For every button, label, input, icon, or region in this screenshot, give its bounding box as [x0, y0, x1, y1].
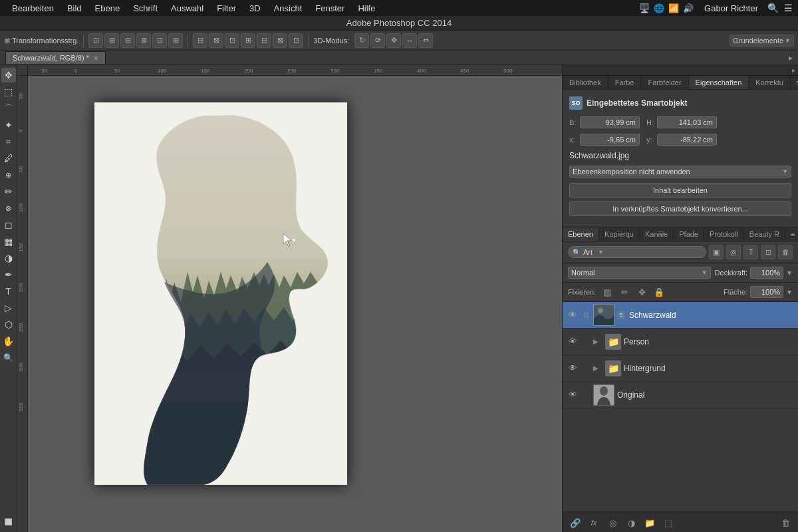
layer-search-box[interactable]: 🔍 Art ▼: [568, 246, 706, 258]
properties-tab-more[interactable]: ≡: [791, 76, 798, 89]
document-close-icon[interactable]: ✕: [93, 55, 98, 62]
tab-korrektur[interactable]: Korrektu: [749, 76, 791, 89]
dist-center-icon[interactable]: ⊠: [209, 33, 223, 48]
lock-all-icon[interactable]: 🔒: [653, 286, 665, 298]
layer-eye-hintergrund[interactable]: 👁: [567, 363, 579, 373]
layer-hintergrund[interactable]: 👁 ▶ 📁 Hintergrund: [563, 355, 798, 382]
link-layers-icon[interactable]: 🔗: [568, 515, 583, 530]
layer-person[interactable]: 👁 ▶ 📁 Person: [563, 329, 798, 355]
menu-filter[interactable]: Filter: [210, 2, 243, 15]
list-icon[interactable]: ☰: [784, 3, 793, 13]
move-tool[interactable]: ✥: [1, 68, 16, 82]
new-group-icon[interactable]: 📁: [642, 515, 657, 530]
dist-left-icon[interactable]: ⊟: [193, 33, 207, 48]
blend-mode-dropdown[interactable]: Normal ▼: [568, 267, 711, 279]
layer-filter-type[interactable]: T: [743, 245, 758, 259]
tab-kopierqu[interactable]: Kopierqu: [599, 227, 640, 241]
tab-bibliothek[interactable]: Bibliothek: [563, 76, 608, 89]
gradient-tool[interactable]: ▦: [1, 234, 16, 249]
composition-dropdown[interactable]: Ebenenkomposition nicht anwenden ▼: [569, 166, 791, 178]
dist-right-icon[interactable]: ⊡: [225, 33, 239, 48]
x-value[interactable]: -9,65 cm: [580, 134, 640, 146]
workspace-dropdown[interactable]: Grundelemente ▼: [730, 35, 794, 47]
menu-ansicht[interactable]: Ansicht: [267, 2, 309, 15]
align-left-icon[interactable]: ⊡: [88, 33, 103, 48]
dist-bot-icon[interactable]: ⊠: [273, 33, 287, 48]
3d-orbit-icon[interactable]: ↻: [354, 33, 369, 48]
path-tool[interactable]: ▷: [1, 301, 16, 315]
layer-original[interactable]: 👁 Original: [563, 382, 798, 408]
menu-schrift[interactable]: Schrift: [126, 2, 164, 15]
menu-hilfe[interactable]: Hilfe: [351, 2, 382, 15]
tab-kanaele[interactable]: Kanäle: [640, 227, 674, 241]
dist-mid-icon[interactable]: ⊟: [257, 33, 271, 48]
canvas-content[interactable]: [28, 76, 562, 532]
tab-farbfelder[interactable]: Farbfelder: [641, 76, 688, 89]
menu-3d[interactable]: 3D: [243, 2, 267, 15]
search-icon[interactable]: 🔍: [767, 3, 779, 13]
dist-top-icon[interactable]: ⊞: [241, 33, 255, 48]
transform-toggle[interactable]: ▣ Transformationsstrg.: [4, 37, 78, 45]
add-mask-icon[interactable]: ◎: [605, 515, 620, 530]
layers-tab-more[interactable]: ≡: [785, 227, 798, 241]
y-value[interactable]: -85,22 cm: [657, 134, 717, 146]
fx-icon[interactable]: fx: [587, 515, 601, 530]
fg-bg-colors[interactable]: ◼: [1, 511, 16, 531]
h-value[interactable]: 141,03 cm: [657, 116, 717, 128]
document-tab[interactable]: Schwarzwald, RGB/8) * ✕: [5, 51, 106, 64]
tab-pfade[interactable]: Pfade: [674, 227, 704, 241]
opacity-input[interactable]: 100%: [750, 267, 783, 279]
menu-bild[interactable]: Bild: [61, 2, 88, 15]
layer-arrow-hintergrund[interactable]: ▶: [593, 364, 602, 372]
fill-input[interactable]: 100%: [750, 286, 783, 298]
align-right-icon[interactable]: ⊟: [120, 33, 135, 48]
tab-beauty[interactable]: Beauty R: [744, 227, 785, 241]
layer-filter-adjust[interactable]: ◎: [726, 245, 741, 259]
menu-fenster[interactable]: Fenster: [309, 2, 351, 15]
3d-slide-icon[interactable]: ↔: [402, 33, 417, 48]
dodge-tool[interactable]: ◑: [1, 251, 16, 265]
tab-protokoll[interactable]: Protokoll: [704, 227, 744, 241]
lock-paint-icon[interactable]: ✏: [618, 286, 630, 298]
align-top-icon[interactable]: ⊠: [136, 33, 151, 48]
tab-farbe[interactable]: Farbe: [608, 76, 642, 89]
3d-zoom-icon[interactable]: ⇔: [418, 33, 433, 48]
layer-eye-schwarzwald[interactable]: 👁: [567, 310, 579, 320]
layer-schwarzwald[interactable]: 👁 ⛓ S Schwarzwald: [563, 302, 798, 329]
panel-collapse-arrow[interactable]: ▸: [783, 53, 798, 63]
crop-tool[interactable]: ⌗: [1, 134, 16, 149]
shape-tool[interactable]: ⬡: [1, 317, 16, 332]
brush-tool[interactable]: ✏: [1, 184, 16, 199]
3d-rotate-icon[interactable]: ⟳: [370, 33, 385, 48]
new-layer-icon[interactable]: ⬚: [661, 515, 676, 530]
b-value[interactable]: 93,99 cm: [580, 116, 640, 128]
tab-ebenen[interactable]: Ebenen: [563, 227, 599, 241]
menu-bearbeiten[interactable]: Bearbeiten: [5, 2, 61, 15]
align-bot-icon[interactable]: ⊞: [168, 33, 183, 48]
lock-transparent-icon[interactable]: ▨: [601, 286, 613, 298]
wand-tool[interactable]: ✦: [1, 118, 16, 132]
layer-eye-person[interactable]: 👁: [567, 336, 579, 346]
convert-button[interactable]: In verknüpftes Smartobjekt konvertieren.…: [569, 201, 791, 216]
lock-move-icon[interactable]: ✥: [636, 286, 648, 298]
menu-auswahl[interactable]: Auswahl: [164, 2, 210, 15]
lasso-tool[interactable]: ⌒: [1, 101, 16, 116]
layer-arrow-person[interactable]: ▶: [593, 338, 602, 345]
add-adjustment-icon[interactable]: ◑: [624, 515, 638, 530]
layer-filter-pixel[interactable]: ▣: [709, 245, 724, 259]
eyedropper-tool[interactable]: 🖊: [1, 151, 16, 166]
arrange-icon[interactable]: ⊡: [289, 33, 303, 48]
edit-content-button[interactable]: Inhalt bearbeiten: [569, 183, 791, 198]
eraser-tool[interactable]: ◻: [1, 217, 16, 232]
hand-tool[interactable]: ✋: [1, 334, 16, 348]
marquee-tool[interactable]: ⬚: [1, 84, 16, 99]
layer-link-schwarzwald[interactable]: ⛓: [581, 312, 591, 319]
heal-tool[interactable]: ⊕: [1, 168, 16, 182]
layer-filter-delete[interactable]: 🗑: [778, 245, 793, 259]
align-center-icon[interactable]: ⊞: [104, 33, 119, 48]
tab-eigenschaften[interactable]: Eigenschaften: [689, 76, 749, 89]
pen-tool[interactable]: ✒: [1, 267, 16, 282]
3d-pan-icon[interactable]: ✥: [386, 33, 401, 48]
delete-layer-icon[interactable]: 🗑: [778, 515, 793, 530]
align-mid-icon[interactable]: ⊡: [152, 33, 167, 48]
